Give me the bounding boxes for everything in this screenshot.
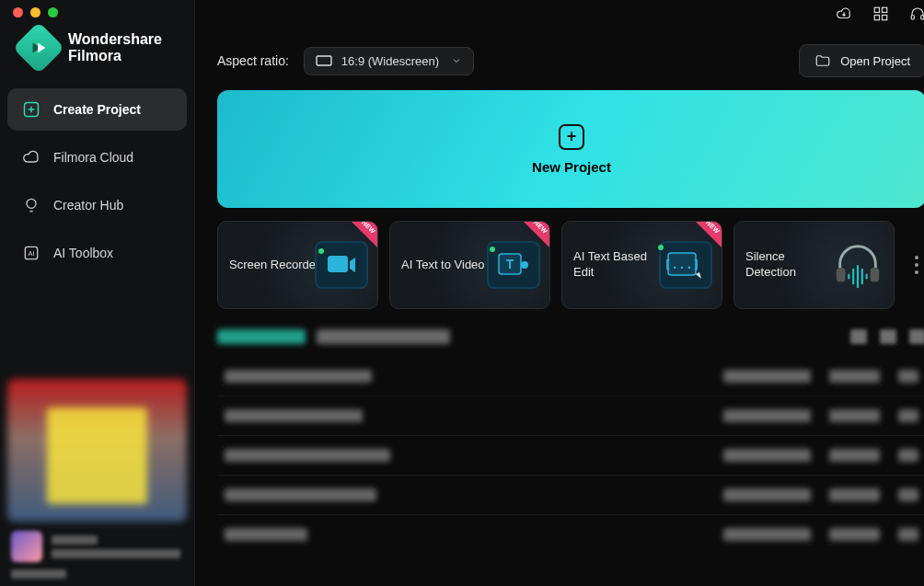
aspect-ratio-value: 16:9 (Widescreen) — [341, 54, 439, 68]
cloud-download-icon[interactable] — [836, 6, 852, 22]
tab-inactive[interactable] — [317, 329, 450, 344]
folder-icon — [814, 52, 831, 69]
more-tools-icon[interactable] — [907, 256, 924, 274]
text-block-icon: T — [487, 241, 540, 289]
controls-row: Aspect ratio: 16:9 (Widescreen) — [195, 28, 924, 90]
list-item[interactable] — [217, 515, 924, 554]
promo-thumbnail[interactable] — [7, 379, 187, 522]
view-toggle-1[interactable] — [850, 329, 867, 344]
projects-tabs — [195, 309, 924, 350]
projects-list — [195, 350, 924, 554]
sidebar: Wondershare Filmora Create Project Filmo… — [0, 0, 195, 586]
sidebar-item-filmora-cloud[interactable]: Filmora Cloud — [7, 136, 187, 178]
svg-rect-8 — [883, 7, 887, 12]
svg-rect-20 — [837, 268, 846, 282]
plus-square-icon — [22, 100, 40, 119]
minimize-window-icon[interactable] — [30, 7, 40, 17]
tool-label: Silence Detection — [745, 249, 837, 281]
svg-point-17 — [521, 261, 528, 269]
view-toggle-2[interactable] — [880, 329, 896, 344]
tools-row: Screen Recorder AI Text to Video — [217, 221, 924, 309]
bulb-icon — [22, 196, 40, 214]
svg-rect-7 — [874, 7, 879, 12]
new-project-button[interactable]: + New Project — [217, 90, 924, 208]
list-item[interactable] — [217, 357, 924, 396]
sidebar-item-label: Filmora Cloud — [53, 150, 133, 165]
nav: Create Project Filmora Cloud Creator Hub… — [0, 88, 194, 274]
sidebar-item-label: Create Project — [53, 102, 141, 117]
svg-text:AI: AI — [28, 249, 34, 258]
svg-rect-14 — [328, 256, 348, 272]
sidebar-item-create-project[interactable]: Create Project — [7, 88, 187, 131]
brackets-icon: [...] — [659, 241, 712, 289]
close-window-icon[interactable] — [13, 7, 23, 17]
grid-icon[interactable] — [872, 6, 889, 22]
topbar — [195, 0, 924, 28]
headphones-wave-icon — [831, 241, 884, 289]
headset-icon[interactable] — [909, 6, 924, 22]
tool-ai-text-to-video[interactable]: AI Text to Video T — [389, 221, 550, 309]
open-project-label: Open Project — [840, 54, 910, 68]
sidebar-item-creator-hub[interactable]: Creator Hub — [7, 184, 187, 226]
svg-text:[...]: [...] — [665, 258, 700, 271]
svg-rect-21 — [871, 268, 880, 282]
tool-screen-recorder[interactable]: Screen Recorder — [217, 221, 378, 309]
tool-silence-detection[interactable]: Silence Detection — [733, 221, 895, 309]
new-project-label: New Project — [532, 159, 611, 175]
open-project-button[interactable]: Open Project — [799, 44, 924, 77]
svg-rect-12 — [921, 16, 924, 20]
aspect-ratio-dropdown[interactable]: 16:9 (Widescreen) — [304, 47, 474, 75]
chevron-down-icon — [451, 55, 462, 66]
avatar — [11, 531, 42, 562]
user-info — [52, 535, 180, 558]
sidebar-item-label: Creator Hub — [53, 198, 123, 213]
list-item[interactable] — [217, 476, 924, 515]
app-title: Wondershare Filmora — [68, 31, 162, 65]
sidebar-footer — [0, 372, 194, 586]
svg-rect-11 — [911, 16, 914, 20]
svg-rect-9 — [874, 16, 879, 20]
tool-label: AI Text Based Edit — [573, 249, 665, 281]
tab-active[interactable] — [217, 329, 306, 344]
list-item[interactable] — [217, 396, 924, 436]
main: Aspect ratio: 16:9 (Widescreen) — [195, 0, 924, 586]
window-controls — [0, 0, 71, 17]
svg-rect-13 — [317, 56, 331, 65]
svg-text:T: T — [506, 257, 514, 271]
view-toggle-3[interactable] — [909, 329, 924, 344]
cloud-icon — [22, 148, 40, 167]
list-item[interactable] — [217, 436, 924, 476]
plus-icon: + — [559, 124, 584, 150]
sidebar-item-label: AI Toolbox — [53, 246, 113, 260]
tool-label: AI Text to Video — [401, 258, 485, 273]
widescreen-icon — [316, 55, 332, 66]
ai-icon: AI — [22, 244, 40, 262]
logo-icon — [13, 22, 65, 75]
svg-point-3 — [27, 199, 36, 208]
brand-line-2: Filmora — [68, 48, 162, 64]
brand-line-1: Wondershare — [68, 31, 162, 48]
tool-label: Screen Recorder — [229, 258, 319, 273]
sidebar-item-ai-toolbox[interactable]: AI AI Toolbox — [7, 232, 187, 274]
svg-rect-10 — [883, 16, 887, 20]
recorder-icon — [315, 241, 368, 289]
aspect-ratio-label: Aspect ratio: — [217, 53, 289, 68]
maximize-window-icon[interactable] — [48, 7, 58, 17]
user-strip[interactable] — [7, 522, 187, 562]
tool-ai-text-based-edit[interactable]: AI Text Based Edit [...] — [561, 221, 722, 309]
